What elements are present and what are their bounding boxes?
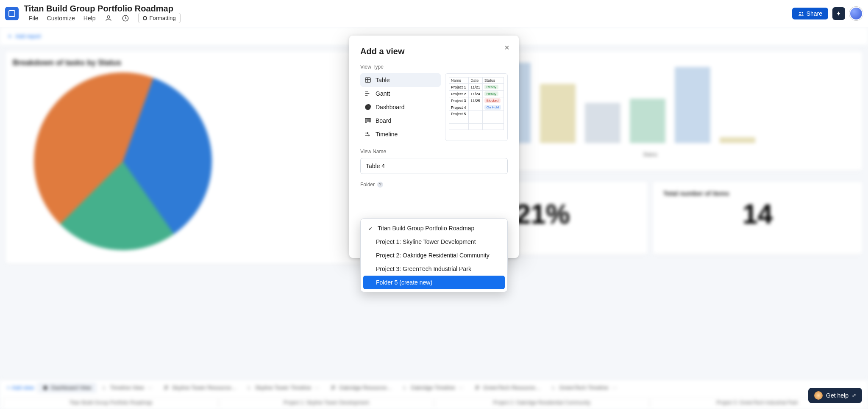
svg-rect-12 <box>365 119 367 123</box>
preview-cell <box>469 111 483 117</box>
folder-option-label: Titan Build Group Portfolio Roadmap <box>378 225 474 232</box>
folder-option-label: Project 1: Skyline Tower Development <box>376 238 476 245</box>
timeline-icon <box>364 131 371 138</box>
view-type-board[interactable]: Board <box>360 114 441 127</box>
folder-option-label: Project 3: GreenTech Industrial Park <box>376 265 471 272</box>
preview-cell: Project 1 <box>449 84 469 91</box>
view-type-label-text: Board <box>376 117 391 124</box>
preview-cell: Project 4 <box>449 104 469 111</box>
preview-header: Date <box>469 77 483 84</box>
share-button[interactable]: Share <box>792 8 828 19</box>
close-icon[interactable]: × <box>502 42 512 53</box>
modal-title: Add a view <box>360 47 508 56</box>
get-help-label: Get help <box>826 392 849 399</box>
check-icon: ✓ <box>367 225 373 231</box>
view-type-label-text: Gantt <box>376 90 390 97</box>
avatar[interactable] <box>849 7 863 20</box>
preview-row: Project 5 <box>449 111 504 117</box>
svg-point-2 <box>799 12 801 14</box>
view-type-options: Table Gantt Dashboard Board <box>360 73 441 141</box>
clock-icon[interactable] <box>121 14 130 22</box>
pie-icon <box>364 104 371 111</box>
view-type-label-text: Dashboard <box>376 104 405 111</box>
share-label: Share <box>807 10 822 17</box>
header: Titan Build Group Portfolio Roadmap File… <box>0 0 868 27</box>
formatting-button[interactable]: Formatting <box>138 13 181 23</box>
menu-bar: File Customize Help Formatting <box>29 13 181 23</box>
preview-cell: Blocked <box>482 97 504 104</box>
view-type-label: View Type <box>360 64 508 70</box>
svg-rect-13 <box>367 119 369 122</box>
people-icon <box>798 11 804 17</box>
svg-point-16 <box>368 135 370 136</box>
view-type-label-text: Timeline <box>376 131 398 138</box>
preview-cell <box>482 111 504 117</box>
preview-cell: On Hold <box>482 104 504 111</box>
modal-backdrop: Add a view × View Type Table Gantt <box>0 27 868 409</box>
view-type-table[interactable]: Table <box>360 73 441 87</box>
svg-point-15 <box>367 133 368 134</box>
document-title[interactable]: Titan Build Group Portfolio Roadmap <box>24 4 181 14</box>
add-view-modal: Add a view × View Type Table Gantt <box>349 36 519 258</box>
svg-rect-14 <box>369 119 370 122</box>
preview-cell: Project 2 <box>449 91 469 97</box>
automation-button[interactable] <box>832 7 845 20</box>
preview-cell: 11/24 <box>469 91 483 97</box>
board-icon <box>364 117 371 124</box>
help-icon[interactable]: ? <box>377 182 383 188</box>
svg-rect-11 <box>365 78 370 83</box>
table-icon <box>364 77 371 83</box>
view-type-dashboard[interactable]: Dashboard <box>360 100 441 114</box>
view-type-row: Table Gantt Dashboard Board <box>360 73 508 141</box>
status-chip: Ready <box>484 85 498 89</box>
folder-option-label: Project 2: Oakridge Residential Communit… <box>376 252 490 259</box>
header-right: Share <box>792 7 863 20</box>
preview-row: Project 311/25Blocked <box>449 97 504 104</box>
folder-option[interactable]: Folder 5 (create new) <box>363 276 505 289</box>
help-avatar-icon <box>814 391 823 400</box>
view-type-preview: Name Date Status Project 111/21ReadyProj… <box>445 73 508 141</box>
app-logo <box>5 7 19 20</box>
view-type-label-text: Table <box>376 77 389 83</box>
preview-row: Project 111/21Ready <box>449 84 504 91</box>
menu-file[interactable]: File <box>29 15 39 22</box>
folder-option[interactable]: Project 3: GreenTech Industrial Park <box>363 262 505 276</box>
preview-cell: 11/25 <box>469 97 483 104</box>
preview-header: Status <box>482 77 504 84</box>
preview-cell: Ready <box>482 91 504 97</box>
folder-option[interactable]: ✓Titan Build Group Portfolio Roadmap <box>363 221 505 235</box>
menu-customize[interactable]: Customize <box>47 15 75 22</box>
folder-label: Folder <box>360 182 375 188</box>
preview-cell: 11/21 <box>469 84 483 91</box>
view-name-label: View Name <box>360 149 508 155</box>
preview-cell: Project 3 <box>449 97 469 104</box>
view-type-timeline[interactable]: Timeline <box>360 127 441 141</box>
svg-point-0 <box>107 16 110 18</box>
preview-cell: Ready <box>482 84 504 91</box>
svg-point-3 <box>801 12 803 14</box>
folder-option[interactable]: Project 1: Skyline Tower Development <box>363 235 505 249</box>
preview-row: Project 211/24Ready <box>449 91 504 97</box>
folder-option-label: Folder 5 (create new) <box>376 279 432 286</box>
status-chip: Blocked <box>484 98 501 103</box>
bolt-icon <box>836 11 842 17</box>
preview-row: Project 4On Hold <box>449 104 504 111</box>
expand-icon: ⤢ <box>852 392 856 398</box>
status-chip: On Hold <box>484 105 501 110</box>
folder-option[interactable]: Project 2: Oakridge Residential Communit… <box>363 249 505 262</box>
get-help-button[interactable]: Get help ⤢ <box>808 388 862 403</box>
preview-cell: Project 5 <box>449 111 469 117</box>
preview-header: Name <box>449 77 469 84</box>
preview-cell <box>469 104 483 111</box>
view-type-gantt[interactable]: Gantt <box>360 87 441 100</box>
view-name-input[interactable] <box>360 158 508 174</box>
gantt-icon <box>364 90 371 97</box>
formatting-icon <box>143 16 147 20</box>
status-chip: Ready <box>484 91 498 96</box>
folder-dropdown: ✓Titan Build Group Portfolio RoadmapProj… <box>360 218 508 292</box>
formatting-label: Formatting <box>150 15 176 21</box>
menu-help[interactable]: Help <box>83 15 96 22</box>
person-icon[interactable] <box>104 14 113 22</box>
